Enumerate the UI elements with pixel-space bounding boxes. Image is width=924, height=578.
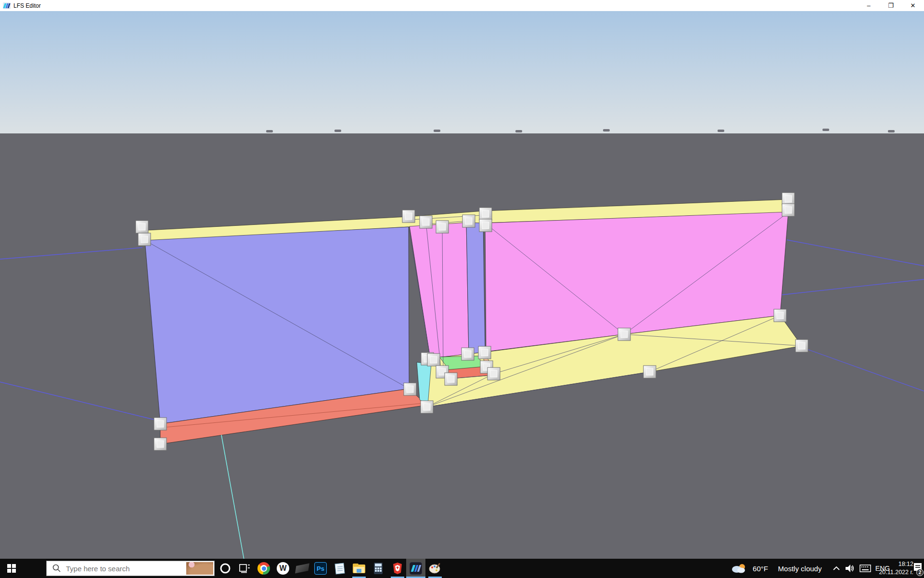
horizon-object xyxy=(515,130,522,132)
horizon-object xyxy=(822,129,829,131)
control-point-face xyxy=(490,370,497,377)
control-point-face xyxy=(141,236,148,243)
control-point-face xyxy=(777,312,783,319)
weather-temp[interactable]: 60°F xyxy=(749,559,771,578)
task-view-button[interactable] xyxy=(235,559,254,578)
taskbar-wiki[interactable]: W xyxy=(273,559,293,578)
search-highlight-image[interactable] xyxy=(186,562,213,575)
control-point-face xyxy=(646,368,653,375)
notification-center-button[interactable]: 2 xyxy=(913,559,924,578)
control-point-face xyxy=(465,218,472,224)
start-button[interactable] xyxy=(0,559,23,578)
control-point-face xyxy=(481,349,488,356)
horizon-object xyxy=(266,130,273,132)
volume-icon[interactable] xyxy=(843,559,857,578)
viewport-3d[interactable] xyxy=(0,0,924,578)
control-point-face xyxy=(482,210,489,217)
photoshop-icon: Ps xyxy=(314,562,327,575)
control-point-face xyxy=(785,207,792,213)
app-icon xyxy=(3,2,11,10)
touch-keyboard-icon[interactable] xyxy=(857,559,873,578)
horizon-object xyxy=(334,130,341,132)
control-point-face xyxy=(424,404,430,410)
notification-badge: 2 xyxy=(916,569,924,576)
horizon-object xyxy=(603,129,610,131)
horizon-object xyxy=(434,130,440,132)
control-point-face xyxy=(423,219,429,225)
control-point-face xyxy=(448,376,454,382)
control-point-face xyxy=(482,222,489,229)
control-point-face xyxy=(405,213,412,220)
control-point-face xyxy=(798,342,805,349)
control-point-face xyxy=(157,441,164,447)
sky xyxy=(0,11,924,133)
maximize-button[interactable]: ❐ xyxy=(880,0,902,11)
control-point-face xyxy=(139,223,145,230)
clock-date: 20.11.2022 г. xyxy=(879,568,913,577)
control-point-face xyxy=(407,386,413,393)
control-point-face xyxy=(439,223,446,230)
mesh-face-mid-blue[interactable] xyxy=(466,223,485,354)
paint-icon xyxy=(429,562,441,575)
w-icon: W xyxy=(277,562,289,575)
clock-time: 18:12 xyxy=(898,560,913,568)
minimize-button[interactable]: – xyxy=(858,0,880,11)
horizon-object xyxy=(888,130,895,132)
lfs-editor-window: LFS Editor – ❐ ✕ subob tri point build m… xyxy=(0,0,924,578)
window-title: LFS Editor xyxy=(13,2,41,9)
taskbar-app-ring[interactable] xyxy=(216,559,235,578)
search-icon xyxy=(52,564,61,573)
control-point-face xyxy=(621,331,628,338)
taskbar-search[interactable] xyxy=(46,561,215,576)
title-bar: LFS Editor – ❐ ✕ xyxy=(0,0,924,11)
taskbar-calculator[interactable] xyxy=(369,559,388,578)
weather-icon[interactable] xyxy=(728,559,749,578)
taskbar-explorer[interactable] xyxy=(349,559,369,578)
file-explorer-icon xyxy=(352,563,366,574)
close-button[interactable]: ✕ xyxy=(902,0,924,11)
taskbar-lfs-editor-active[interactable] xyxy=(406,559,425,578)
taskbar-brave[interactable] xyxy=(388,559,407,578)
calculator-icon xyxy=(373,562,383,575)
notepad-icon xyxy=(334,562,346,575)
chrome-icon xyxy=(257,562,270,575)
brave-icon xyxy=(392,562,403,575)
taskbar-paint[interactable] xyxy=(425,559,445,578)
lfs-editor-icon xyxy=(410,562,422,575)
control-point-face xyxy=(157,420,164,427)
wedge-icon xyxy=(295,563,309,573)
weather-desc[interactable]: Mostly cloudy xyxy=(771,559,828,578)
windows-logo-icon xyxy=(7,564,16,573)
taskbar-chrome[interactable] xyxy=(254,559,273,578)
tray-chevron-icon[interactable] xyxy=(830,559,843,578)
clock[interactable]: 18:12 20.11.2022 г. xyxy=(879,559,913,578)
taskbar-photoshop[interactable]: Ps xyxy=(311,559,330,578)
taskbar-app-wedge[interactable] xyxy=(293,559,312,578)
taskbar-notepad[interactable] xyxy=(330,559,349,578)
control-point-face xyxy=(430,356,437,363)
control-point-face xyxy=(785,196,792,202)
control-point-face xyxy=(464,351,471,357)
horizon-object xyxy=(718,130,724,132)
taskbar: W Ps xyxy=(0,559,924,578)
